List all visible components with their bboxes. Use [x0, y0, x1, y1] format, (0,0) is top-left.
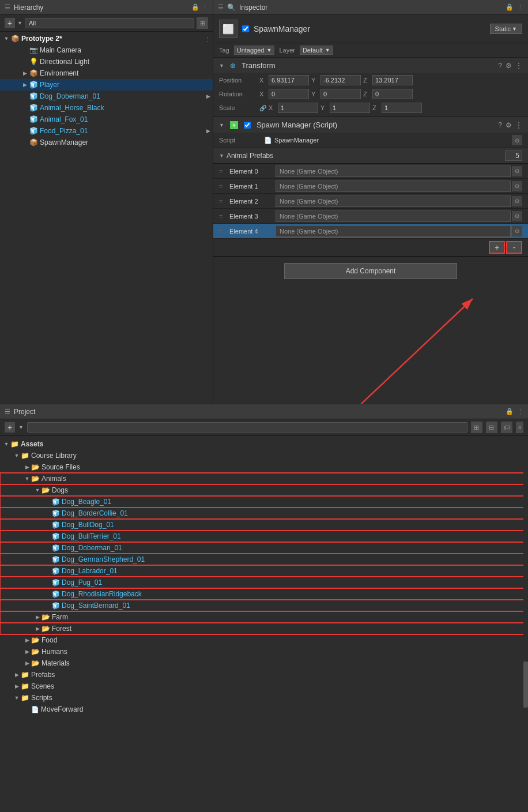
project-search-input[interactable]	[27, 422, 467, 433]
element-row-3: = Element 3 None (Game Object) ⊙	[213, 209, 528, 224]
script-name-value: SpawnManager	[274, 137, 319, 144]
hierarchy-item-prototype2[interactable]: 📦 Prototype 2* ⋮	[0, 33, 213, 44]
hierarchy-tree: 📦 Prototype 2* ⋮ 📷 Main Camera 💡 Directi…	[0, 32, 213, 404]
project-item-humans[interactable]: 📂 Humans	[0, 646, 528, 657]
hierarchy-menu-icon[interactable]: ☰	[5, 3, 10, 11]
hierarchy-kebab-icon[interactable]: ⋮	[202, 3, 208, 11]
pos-y-input[interactable]	[320, 75, 361, 85]
transform-help-icon[interactable]: ?	[498, 62, 502, 70]
project-item-sourcefiles[interactable]: 📂 Source Files	[0, 461, 528, 473]
scrollbar-thumb[interactable]	[523, 661, 528, 708]
project-view1-icon[interactable]: ⊞	[471, 422, 482, 433]
element4-target-button[interactable]: ⊙	[512, 226, 522, 236]
object-name[interactable]: SpawnManager	[254, 24, 310, 33]
hierarchy-filter-icon[interactable]: ⊞	[197, 17, 208, 29]
project-item-dog-doberman[interactable]: 🧊 Dog_Doberman_01	[0, 542, 528, 554]
project-item-food[interactable]: 📂 Food	[0, 634, 528, 646]
prototype2-kebab-icon[interactable]: ⋮	[205, 36, 210, 42]
project-add-button[interactable]: +	[5, 422, 15, 433]
remove-element-button[interactable]: -	[506, 241, 522, 254]
scale-z-input[interactable]	[382, 103, 422, 113]
project-view2-icon[interactable]: ⊟	[486, 422, 497, 433]
element1-target-button[interactable]: ⊙	[512, 181, 522, 191]
transform-settings-icon[interactable]: ⚙	[506, 62, 512, 70]
project-item-dog-germanshepherd[interactable]: 🧊 Dog_GermanShepherd_01	[0, 554, 528, 565]
project-item-dog-bulldog[interactable]: 🧊 Dog_BullDog_01	[0, 519, 528, 531]
layer-dropdown[interactable]: Default ▼	[300, 46, 333, 55]
project-item-dog-pug[interactable]: 🧊 Dog_Pug_01	[0, 577, 528, 588]
inspector-lock-icon[interactable]: 🔒	[506, 3, 514, 11]
transform-kebab-icon[interactable]: ⋮	[515, 62, 522, 70]
expand-arrow-icon[interactable]	[21, 81, 29, 89]
spawn-help-icon[interactable]: ?	[498, 121, 502, 129]
project-item-scripts[interactable]: 📁 Scripts	[0, 692, 528, 704]
static-button[interactable]: Static ▼	[490, 24, 522, 34]
hierarchy-item-spawnmanager[interactable]: 📦 SpawnManager	[0, 137, 213, 148]
project-item-dogs[interactable]: 📂 Dogs	[0, 484, 528, 496]
hierarchy-item-directionallight[interactable]: 💡 Directional Light	[0, 56, 213, 67]
project-item-prefabs[interactable]: 📁 Prefabs	[0, 669, 528, 681]
project-lock-icon[interactable]: 🔒	[506, 408, 514, 415]
hierarchy-lock-icon[interactable]: 🔒	[191, 3, 199, 11]
rot-y-input[interactable]	[320, 89, 361, 99]
dropdown-arrow-icon: ▼	[17, 20, 22, 26]
expand-arrow-icon[interactable]	[21, 69, 29, 77]
hierarchy-item-dog-doberman[interactable]: 🧊 Dog_Doberman_01 ▶	[0, 91, 213, 102]
project-item-dog-labrador[interactable]: 🧊 Dog_Labrador_01	[0, 565, 528, 577]
prefabs-header: ▼ Animal Prefabs	[213, 148, 528, 164]
pos-z-input[interactable]	[372, 75, 413, 85]
script-target-button[interactable]: ⊙	[512, 135, 522, 145]
script-active-checkbox[interactable]	[244, 122, 251, 129]
prefabs-count-input[interactable]	[505, 151, 522, 161]
project-item-materials[interactable]: 📂 Materials	[0, 657, 528, 669]
project-item-dog-saintbernard[interactable]: 🧊 Dog_SaintBernard_01	[0, 600, 528, 611]
object-active-checkbox[interactable]	[242, 25, 249, 32]
element0-target-button[interactable]: ⊙	[512, 166, 522, 176]
pos-x-input[interactable]	[269, 75, 309, 85]
project-item-assets[interactable]: 📁 Assets	[0, 438, 528, 450]
hierarchy-item-player[interactable]: 🧊 Player	[0, 79, 213, 91]
inspector-kebab-icon[interactable]: ⋮	[517, 3, 523, 11]
rot-x-input[interactable]	[269, 89, 309, 99]
hierarchy-search-input[interactable]	[25, 18, 194, 28]
dog-beagle-label: Dog_Beagle_01	[62, 498, 111, 506]
element3-target-button[interactable]: ⊙	[512, 211, 522, 221]
hierarchy-item-horse[interactable]: 🧊 Animal_Horse_Black	[0, 102, 213, 114]
scale-label: Scale	[219, 104, 259, 111]
add-component-button[interactable]: Add Component	[284, 263, 457, 279]
hierarchy-item-fox[interactable]: 🧊 Animal_Fox_01	[0, 114, 213, 125]
inspector-menu-icon[interactable]: ☰	[218, 3, 224, 11]
scale-x-input[interactable]	[278, 103, 318, 113]
spawnmanager-component-header[interactable]: ▼ # Spawn Manager (Script) ? ⚙ ⋮	[213, 117, 528, 133]
hierarchy-add-button[interactable]: +	[5, 18, 15, 28]
project-item-dog-bordercollie[interactable]: 🧊 Dog_BorderCollie_01	[0, 507, 528, 519]
script-file-icon: 📄	[31, 706, 39, 713]
project-item-dog-bullterrier[interactable]: 🧊 Dog_BullTerrier_01	[0, 531, 528, 542]
spawn-settings-icon[interactable]: ⚙	[506, 121, 512, 129]
add-remove-row: + -	[213, 239, 528, 257]
project-item-forest[interactable]: 📂 Forest	[0, 623, 528, 634]
add-element-button[interactable]: +	[489, 241, 505, 254]
project-menu-icon[interactable]: ☰	[5, 408, 10, 415]
hierarchy-item-environment[interactable]: 📦 Environment	[0, 67, 213, 79]
spawn-kebab-icon[interactable]: ⋮	[515, 121, 522, 129]
project-item-courselibrary[interactable]: 📁 Course Library	[0, 450, 528, 461]
expand-arrow-icon[interactable]	[2, 35, 10, 43]
hierarchy-item-maincamera[interactable]: 📷 Main Camera	[0, 44, 213, 56]
project-item-farm[interactable]: 📂 Farm	[0, 611, 528, 623]
project-filter-icon[interactable]: 🏷	[501, 422, 512, 433]
rot-z-input[interactable]	[372, 89, 413, 99]
tag-dropdown[interactable]: Untagged ▼	[234, 46, 275, 55]
hierarchy-item-food-pizza[interactable]: 🧊 Food_Pizza_01 ▶	[0, 125, 213, 137]
element2-target-button[interactable]: ⊙	[512, 196, 522, 206]
project-item-dog-rhodesian[interactable]: 🧊 Dog_RhodisianRidgeback	[0, 588, 528, 600]
project-item-dog-beagle[interactable]: 🧊 Dog_Beagle_01	[0, 496, 528, 507]
project-kebab-icon[interactable]: ⋮	[517, 408, 523, 415]
project-item-moveforward[interactable]: 📄 MoveForward	[0, 704, 528, 715]
transform-header[interactable]: ▼ ⊕ Transform ? ⚙ ⋮	[213, 58, 528, 73]
project-item-animals[interactable]: 📂 Animals	[0, 473, 528, 484]
scale-y-input[interactable]	[330, 103, 370, 113]
project-title: Project	[14, 408, 35, 416]
scrollbar-track	[523, 436, 528, 812]
project-item-scenes[interactable]: 📁 Scenes	[0, 681, 528, 692]
